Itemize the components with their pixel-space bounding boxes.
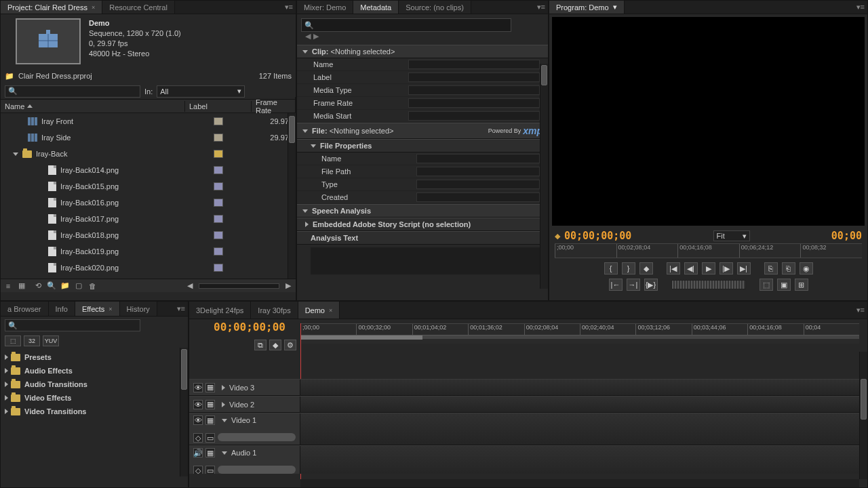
list-item[interactable]: Iray Front29.97 f (1, 113, 296, 129)
disclosure-icon[interactable] (5, 368, 8, 373)
file-properties-header[interactable]: File Properties (297, 139, 548, 152)
list-item[interactable]: Iray-Back016.png (1, 195, 296, 211)
property-value[interactable] (416, 192, 540, 202)
effects-category[interactable]: Video Effects (1, 391, 188, 405)
scrollbar-vertical[interactable] (859, 352, 867, 479)
playhead-marker-icon[interactable]: ◆ (555, 232, 560, 241)
label-swatch[interactable] (214, 199, 223, 207)
new-item-icon[interactable]: ▢ (74, 281, 83, 291)
add-marker-button[interactable]: ◆ (639, 262, 653, 274)
prev-icon[interactable]: ◀ (305, 32, 311, 41)
close-icon[interactable]: × (108, 306, 112, 312)
scrollbar-vertical[interactable] (540, 64, 548, 289)
extract-button[interactable]: ⎗ (782, 262, 795, 274)
disclosure-icon[interactable] (5, 409, 8, 414)
export-frame-button[interactable]: ◉ (800, 262, 813, 274)
list-item[interactable]: Iray-Back014.png (1, 162, 296, 178)
goto-next-button[interactable]: →| (627, 279, 640, 291)
column-name[interactable]: Name (1, 101, 185, 112)
label-swatch[interactable] (214, 247, 223, 256)
program-ruler[interactable]: ;00;0000;02;08;0400;04;16;0800;06;24;120… (555, 243, 862, 258)
track-slider[interactable] (218, 466, 296, 474)
list-item[interactable]: Iray-Back018.png (1, 227, 296, 243)
effects-tree[interactable]: PresetsAudio EffectsAudio TransitionsVid… (1, 348, 188, 476)
marker-button[interactable]: ◆ (269, 340, 281, 350)
tab-effects[interactable]: Effects× (75, 302, 120, 316)
disclosure-icon[interactable] (222, 402, 225, 407)
disclosure-icon[interactable] (222, 419, 227, 422)
filter-dropdown[interactable]: All▾ (157, 85, 245, 98)
tab-sequence-1[interactable]: 3Delight 24fps (189, 302, 251, 319)
effects-search-input[interactable] (18, 322, 137, 329)
settings-button[interactable]: ⚙ (284, 340, 296, 350)
track-style-icon[interactable]: ▭ (205, 466, 215, 474)
property-value[interactable] (408, 60, 540, 69)
go-to-in-button[interactable]: |◀ (667, 262, 680, 274)
jog-wheel[interactable] (671, 280, 746, 289)
label-swatch[interactable] (214, 150, 223, 158)
property-value[interactable] (408, 85, 540, 95)
track-header[interactable]: 👁▦Video 3 (189, 380, 300, 395)
snap-button[interactable]: ⧉ (254, 340, 267, 350)
label-swatch[interactable] (214, 215, 223, 223)
list-item[interactable]: Iray-Back015.png (1, 178, 296, 195)
list-item[interactable]: Iray-Back020.png (1, 260, 296, 276)
disclosure-icon[interactable] (222, 385, 225, 390)
go-to-out-button[interactable]: ▶| (737, 262, 751, 274)
zoom-dropdown[interactable]: Fit▾ (713, 230, 750, 241)
list-item[interactable]: Iray-Back (1, 146, 296, 162)
tab-project[interactable]: Project: Clair Red Dress× (1, 1, 102, 14)
disclosure-icon[interactable] (5, 382, 8, 387)
panel-menu-icon[interactable]: ▾≡ (285, 3, 293, 12)
tab-sequence-2[interactable]: Iray 30fps (251, 302, 298, 319)
scroll-right-icon[interactable]: ▶ (283, 281, 293, 291)
track-toggle-icon[interactable]: 👁 (193, 415, 203, 425)
list-item[interactable]: Iray-Back017.png (1, 211, 296, 227)
track-lock-icon[interactable]: ▦ (205, 383, 215, 392)
program-timecode[interactable]: 00;00;00;00 (564, 230, 631, 242)
close-icon[interactable]: × (92, 4, 95, 11)
file-section-header[interactable]: File: <Nothing selected> Powered By xmp (297, 123, 548, 139)
32bit-filter-icon[interactable]: 32 (24, 336, 40, 346)
overwrite-button[interactable]: ▣ (777, 279, 791, 291)
analysis-text-field[interactable] (311, 247, 540, 274)
step-back-button[interactable]: ◀| (684, 262, 698, 274)
timeline-timecode[interactable]: 00;00;00;00 (214, 321, 285, 333)
track-header[interactable]: 👁▦Video 1◇▭ (189, 413, 300, 445)
track-content[interactable] (300, 413, 867, 445)
list-view-icon[interactable]: ≡ (3, 281, 13, 291)
label-swatch[interactable] (214, 166, 223, 174)
tab-program[interactable]: Program: Demo ▾ (549, 1, 625, 14)
tab-media-browser[interactable]: a Browser (1, 302, 49, 316)
label-swatch[interactable] (214, 117, 223, 125)
accelerated-filter-icon[interactable]: ⬚ (5, 336, 21, 346)
tab-metadata[interactable]: Metadata (353, 1, 399, 14)
track-header[interactable]: 👁▦Video 2 (189, 396, 300, 412)
mark-out-button[interactable]: } (622, 262, 635, 274)
sequence-thumbnail[interactable] (16, 18, 81, 64)
effects-category[interactable]: Audio Transitions (1, 378, 188, 391)
property-value[interactable] (408, 98, 540, 108)
next-icon[interactable]: ▶ (313, 32, 319, 41)
insert-button[interactable]: ⬚ (760, 279, 773, 291)
metadata-search-input[interactable] (314, 21, 508, 29)
effects-category[interactable]: Video Transitions (1, 405, 188, 418)
scrollbar-vertical[interactable] (180, 348, 188, 476)
tab-mixer[interactable]: Mixer: Demo (297, 1, 353, 14)
track-content[interactable] (300, 380, 867, 395)
project-search-input[interactable] (18, 87, 137, 95)
track-keyframe-icon[interactable]: ◇ (193, 433, 203, 443)
track-content[interactable] (300, 446, 867, 474)
effects-category[interactable]: Audio Effects (1, 364, 188, 378)
track-lock-icon[interactable]: ▦ (205, 400, 215, 409)
story-script-header[interactable]: Embedded Adobe Story Script (no selectio… (297, 218, 548, 231)
disclosure-icon[interactable] (222, 451, 227, 455)
play-button[interactable]: ▶ (702, 262, 715, 274)
scrollbar-vertical[interactable] (288, 113, 296, 279)
panel-menu-icon[interactable]: ▾≡ (856, 3, 865, 12)
mark-in-button[interactable]: { (604, 262, 618, 274)
disclosure-icon[interactable] (5, 354, 8, 360)
tab-info[interactable]: Info (49, 302, 75, 316)
disclosure-icon[interactable] (5, 395, 8, 401)
tab-history[interactable]: History (120, 302, 157, 316)
